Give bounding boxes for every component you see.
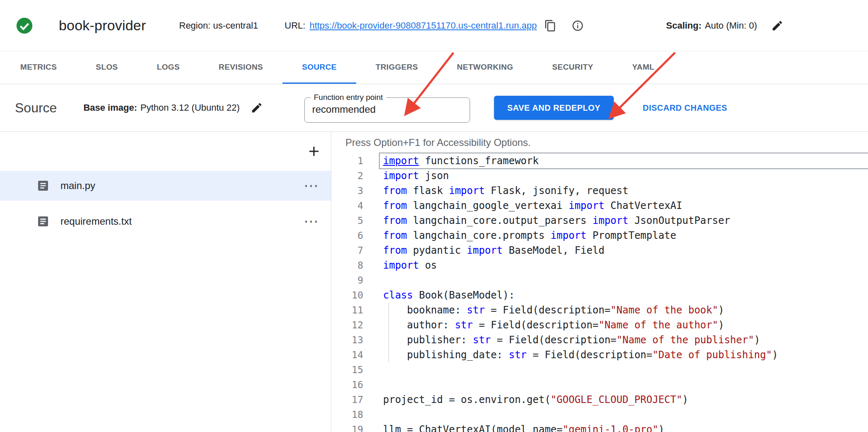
code-content: class Book(BaseModel): — [380, 288, 868, 303]
tab-metrics[interactable]: METRICS — [1, 51, 76, 84]
plus-icon — [306, 143, 322, 159]
code-content: project_id = os.environ.get("GOOGLE_CLOU… — [380, 392, 868, 407]
url-info-button[interactable] — [571, 19, 584, 32]
code-line[interactable]: 8 import os — [331, 258, 868, 273]
line-number: 17 — [331, 392, 380, 407]
code-line[interactable]: 10 class Book(BaseModel): — [331, 288, 868, 303]
code-content: from langchain_core.prompts import Promp… — [380, 228, 868, 243]
line-number: 18 — [331, 407, 380, 422]
save-and-redeploy-button[interactable]: SAVE AND REDEPLOY — [494, 96, 614, 120]
tab-bar: METRICSSLOSLOGSREVISIONSSOURCETRIGGERSNE… — [0, 51, 868, 84]
file-name: main.py — [60, 180, 95, 192]
edit-scaling-button[interactable] — [771, 19, 784, 32]
code-line[interactable]: 15 — [331, 362, 868, 377]
tab-security[interactable]: SECURITY — [533, 51, 612, 84]
cloud-run-service-page: book-provider Region: us-central1 URL: h… — [0, 0, 868, 432]
code-line[interactable]: 7 from pydantic import BaseModel, Field — [331, 243, 868, 258]
discard-changes-button[interactable]: DISCARD CHANGES — [640, 103, 730, 113]
file-item[interactable]: requirements.txt ⋯ — [0, 206, 331, 236]
tab-slos[interactable]: SLOS — [76, 51, 137, 84]
code-content — [380, 273, 868, 288]
code-content — [380, 362, 868, 377]
line-number: 13 — [331, 332, 380, 347]
code-content: bookname: str = Field(description="Name … — [380, 303, 868, 318]
line-number: 7 — [331, 243, 380, 258]
add-file-button[interactable] — [306, 143, 322, 159]
accessibility-hint: Press Option+F1 for Accessibility Option… — [331, 132, 868, 153]
code-line[interactable]: 13 publisher: str = Field(description="N… — [331, 332, 868, 347]
code-line[interactable]: 19 llm = ChatVertexAI(model_name="gemini… — [331, 422, 868, 432]
service-url-group: URL: https://book-provider-908087151170.… — [285, 19, 584, 32]
service-header: book-provider Region: us-central1 URL: h… — [0, 0, 868, 51]
code-content: from pydantic import BaseModel, Field — [380, 243, 868, 258]
code-line[interactable]: 14 publishing_date: str = Field(descript… — [331, 347, 868, 362]
line-number: 2 — [331, 168, 380, 183]
edit-base-image-button[interactable] — [251, 102, 263, 114]
line-number: 14 — [331, 347, 380, 362]
code-content: import os — [380, 258, 868, 273]
code-line[interactable]: 2 import json — [331, 168, 868, 183]
line-number: 16 — [331, 377, 380, 392]
tab-triggers[interactable]: TRIGGERS — [356, 51, 437, 84]
base-image-value: Python 3.12 (Ubuntu 22) — [140, 102, 240, 113]
code-line[interactable]: 16 — [331, 377, 868, 392]
service-url-link[interactable]: https://book-provider-908087151170.us-ce… — [309, 20, 537, 31]
base-image-label: Base image: — [83, 102, 137, 113]
more-options-icon[interactable]: ⋯ — [304, 214, 318, 229]
line-number: 11 — [331, 303, 380, 318]
entry-point-value[interactable]: recommended — [308, 102, 466, 115]
code-content: llm = ChatVertexAI(model_name="gemini-1.… — [380, 422, 868, 432]
code-content: publishing_date: str = Field(description… — [380, 347, 868, 362]
status-ok-icon — [15, 16, 34, 35]
code-line[interactable]: 6 from langchain_core.prompts import Pro… — [331, 228, 868, 243]
scaling-label: Scaling: — [666, 20, 702, 31]
code-content: author: str = Field(description="Name of… — [380, 318, 868, 332]
code-content: import functions_framework — [380, 153, 868, 168]
tab-revisions[interactable]: REVISIONS — [199, 51, 282, 84]
tab-source[interactable]: SOURCE — [282, 51, 356, 84]
code-content: import json — [380, 168, 868, 183]
code-line[interactable]: 17 project_id = os.environ.get("GOOGLE_C… — [331, 392, 868, 407]
code-content: from langchain_google_vertexai import Ch… — [380, 198, 868, 213]
code-line[interactable]: 5 from langchain_core.output_parsers imp… — [331, 213, 868, 228]
tab-networking[interactable]: NETWORKING — [437, 51, 533, 84]
code-editor[interactable]: 1 import functions_framework 2 import js… — [331, 153, 868, 432]
line-number: 6 — [331, 228, 380, 243]
code-line[interactable]: 1 import functions_framework — [331, 153, 868, 168]
info-icon — [571, 19, 584, 32]
code-line[interactable]: 11 bookname: str = Field(description="Na… — [331, 303, 868, 318]
code-line[interactable]: 3 from flask import Flask, jsonify, requ… — [331, 183, 868, 198]
file-explorer: main.py ⋯ requirements.txt ⋯ — [0, 132, 331, 432]
pencil-icon — [251, 102, 263, 114]
section-title: Source — [15, 100, 57, 116]
source-toolbar: Source Base image: Python 3.12 (Ubuntu 2… — [0, 84, 868, 132]
line-number: 5 — [331, 213, 380, 228]
copy-icon — [544, 19, 557, 32]
code-line[interactable]: 12 author: str = Field(description="Name… — [331, 318, 868, 332]
code-line[interactable]: 9 — [331, 273, 868, 288]
region-label: Region: us-central1 — [179, 20, 258, 31]
line-number: 1 — [331, 153, 380, 168]
scaling-info: Scaling: Auto (Min: 0) — [666, 19, 784, 32]
base-image-info: Base image: Python 3.12 (Ubuntu 22) — [83, 102, 263, 114]
line-number: 15 — [331, 362, 380, 377]
more-options-icon[interactable]: ⋯ — [304, 178, 318, 193]
pencil-icon — [771, 19, 784, 32]
page-title: book-provider — [59, 17, 146, 34]
file-explorer-toolbar — [0, 132, 331, 171]
code-editor-pane: Press Option+F1 for Accessibility Option… — [331, 132, 868, 432]
line-number: 12 — [331, 318, 380, 332]
scaling-value: Auto (Min: 0) — [705, 20, 757, 31]
file-item[interactable]: main.py ⋯ — [0, 171, 331, 201]
copy-url-button[interactable] — [544, 19, 557, 32]
tab-yaml[interactable]: YAML — [613, 51, 674, 84]
code-content — [380, 377, 868, 392]
url-label: URL: — [285, 20, 305, 31]
code-line[interactable]: 18 — [331, 407, 868, 422]
entry-point-field[interactable]: Function entry point recommended — [304, 93, 470, 123]
line-number: 10 — [331, 288, 380, 303]
tab-logs[interactable]: LOGS — [137, 51, 199, 84]
code-line[interactable]: 4 from langchain_google_vertexai import … — [331, 198, 868, 213]
code-content: from langchain_core.output_parsers impor… — [380, 213, 868, 228]
line-number: 4 — [331, 198, 380, 213]
